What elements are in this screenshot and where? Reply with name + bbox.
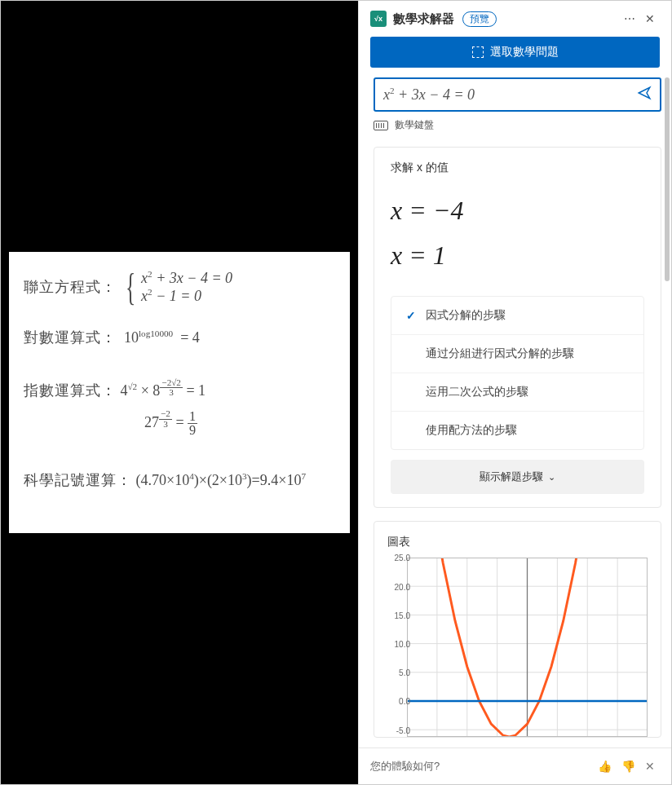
brace-icon: { <box>126 269 135 307</box>
label-simultaneous: 聯立方程式： <box>24 275 117 300</box>
eq-sci: (4.70×104)×(2×103)=9.4×107 <box>136 472 306 488</box>
root-2: x = 1 <box>391 235 644 276</box>
math-input-value: x2 + 3x − 4 = 0 <box>383 86 637 104</box>
method-grouping[interactable]: 通过分組进行因式分解的步驟 <box>391 334 643 373</box>
root-1: x = −4 <box>391 190 644 232</box>
method-quadratic-formula[interactable]: 运用二次公式的步驟 <box>391 373 643 411</box>
math-keyboard-button[interactable]: 數學鍵盤 <box>374 118 661 132</box>
send-icon[interactable] <box>637 86 652 104</box>
solution-card: 求解 x 的值 x = −4 x = 1 ✓ 因式分解的步驟 通过分組进行因式分… <box>374 147 661 508</box>
method-label: 运用二次公式的步驟 <box>426 385 528 399</box>
method-list: ✓ 因式分解的步驟 通过分組进行因式分解的步驟 运用二次公式的步驟 使用配方法的… <box>391 296 644 450</box>
select-problem-label: 選取數學問題 <box>490 45 559 60</box>
document-page: 聯立方程式： { x2 + 3x − 4 = 0 x2 − 1 = 0 對數運算… <box>9 252 350 533</box>
show-steps-label: 顯示解題步驟 <box>480 470 543 484</box>
keyboard-icon <box>374 121 388 130</box>
method-label: 因式分解的步驟 <box>426 308 506 323</box>
panel-title: 數學求解器 <box>393 11 454 27</box>
method-label: 通过分組进行因式分解的步驟 <box>426 346 574 361</box>
label-scinotation: 科學記號運算： <box>24 472 132 488</box>
thumbs-down-icon[interactable]: 👎 <box>617 756 640 776</box>
label-logarithm: 對數運算式： <box>24 329 117 346</box>
panel-header: √x 數學求解器 預覽 ⋯ ✕ <box>359 1 671 37</box>
math-input[interactable]: x2 + 3x − 4 = 0 <box>374 77 661 112</box>
method-label: 使用配方法的步驟 <box>426 423 517 438</box>
select-problem-button[interactable]: 選取數學問題 <box>370 37 660 68</box>
crop-icon <box>472 46 484 58</box>
label-exponent: 指數運算式： <box>24 378 117 404</box>
method-factoring[interactable]: ✓ 因式分解的步驟 <box>391 297 643 334</box>
eq-sim-2: x2 − 1 = 0 <box>141 287 232 305</box>
eq-exp-2: 27−23 = 19 <box>144 414 197 430</box>
math-solver-panel: √x 數學求解器 預覽 ⋯ ✕ 選取數學問題 x2 + 3x − 4 = 0 數… <box>358 1 671 784</box>
document-viewport: 聯立方程式： { x2 + 3x − 4 = 0 x2 − 1 = 0 對數運算… <box>1 1 358 784</box>
thumbs-up-icon[interactable]: 👍 <box>593 756 617 776</box>
preview-badge: 預覽 <box>462 11 497 27</box>
graph-title: 圖表 <box>387 535 648 549</box>
eq-sim-1: x2 + 3x − 4 = 0 <box>141 269 232 287</box>
graph-plot: -5.00.05.010.015.020.025.0 <box>407 558 648 737</box>
chevron-down-icon: ⌄ <box>548 472 555 483</box>
show-steps-button[interactable]: 顯示解題步驟 ⌄ <box>391 460 644 494</box>
close-icon[interactable]: ✕ <box>640 9 660 29</box>
solution-title: 求解 x 的值 <box>391 161 644 175</box>
feedback-prompt: 您的體驗如何? <box>370 759 440 774</box>
graph-card: 圖表 -5.00.05.010.015.020.025.0 <box>374 521 661 738</box>
more-icon[interactable]: ⋯ <box>619 9 640 29</box>
method-completing-square[interactable]: 使用配方法的步驟 <box>391 411 643 449</box>
app-icon: √x <box>370 11 387 27</box>
feedback-bar: 您的體驗如何? 👍 👎 ✕ <box>359 748 671 784</box>
check-icon: ✓ <box>406 309 416 322</box>
dismiss-icon[interactable]: ✕ <box>640 756 660 776</box>
math-keyboard-label: 數學鍵盤 <box>395 118 434 132</box>
eq-log: 10log10000 = 4 <box>124 329 200 346</box>
eq-exp-1: 4√2 × 8−2√23 = 1 <box>121 378 206 404</box>
